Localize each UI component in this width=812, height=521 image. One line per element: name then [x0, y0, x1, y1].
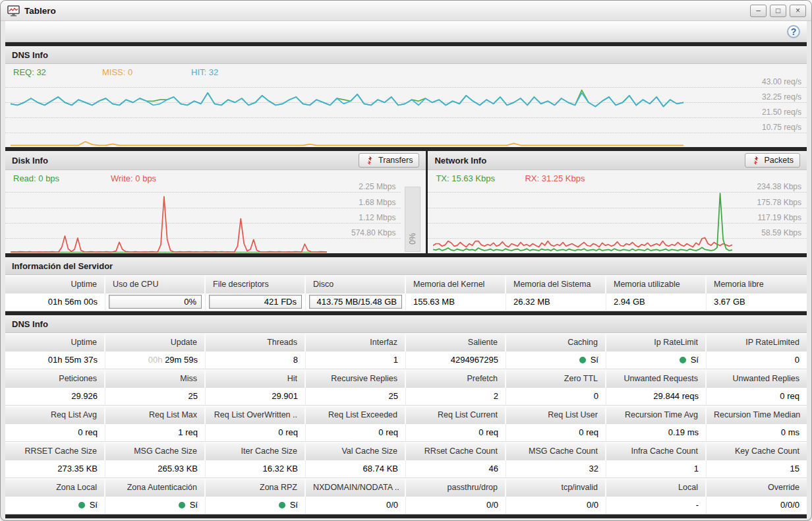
- column-header: Uso de CPU: [105, 276, 206, 293]
- server-info-title: Información del Servidor: [12, 261, 113, 271]
- cell-value: 421 FDs: [264, 297, 297, 307]
- minimize-button[interactable]: –: [750, 5, 767, 17]
- column-header: Req List Max: [105, 407, 206, 424]
- dns-chart-panel-title: DNS Info: [12, 50, 48, 60]
- column-header: IP RateLimited: [707, 334, 807, 352]
- status-dot-icon: [579, 357, 586, 363]
- network-chart-plot: 234.38 Kbps 175.78 Kbps 117.19 Kbps 58.5…: [428, 185, 807, 253]
- toolbar: ?: [5, 21, 807, 42]
- column-header: Update: [105, 334, 206, 352]
- table-cell: 29.901: [206, 388, 306, 406]
- legend-write: Write: 0 bps: [111, 173, 200, 185]
- column-header: Disco: [306, 276, 406, 293]
- table-cell: 0 req: [707, 388, 807, 406]
- table-cell: Sí: [5, 497, 105, 514]
- cell-value: 32: [589, 464, 598, 474]
- column-header: RRset Cache Count: [406, 443, 506, 460]
- disk-line-chart: [11, 186, 327, 253]
- cell-value: -: [696, 500, 699, 510]
- column-header: Peticiones: [5, 371, 105, 388]
- dns-chart-panel-header: DNS Info: [5, 46, 807, 64]
- cell-value: 0 req: [278, 427, 298, 437]
- cell-value: 0/0: [486, 500, 498, 510]
- cell-value: 0%: [184, 297, 196, 307]
- cell-value: 273.35 KB: [57, 464, 98, 474]
- dns-ytick: 21.50 req/s: [762, 107, 801, 117]
- network-ytick: 58.59 Kbps: [761, 228, 801, 237]
- table-header-row: Zona LocalZona AutenticaciónZona RPZNXDO…: [5, 478, 807, 497]
- value-box: 421 FDs: [209, 295, 302, 309]
- table-cell: -: [606, 497, 707, 514]
- maximize-button[interactable]: □: [770, 5, 786, 17]
- cell-value: 2: [494, 391, 498, 401]
- cell-value: 1: [694, 464, 699, 474]
- column-header: Uptime: [5, 334, 105, 352]
- table-cell: 2: [406, 388, 506, 406]
- table-cell: 46: [406, 460, 506, 478]
- column-header: Recursion Time Avg: [606, 407, 707, 424]
- cell-value: Sí: [691, 355, 699, 365]
- table-cell: 2.94 GB: [606, 293, 707, 311]
- table-cell: 1: [306, 352, 406, 369]
- cell-value: Sí: [90, 500, 98, 510]
- close-button[interactable]: ×: [790, 5, 806, 17]
- table-value-row: 29.9262529.901252029.844 reqs0 req: [5, 388, 807, 406]
- network-ytick: 175.78 Kbps: [757, 198, 801, 207]
- cell-value: 0/0/0: [780, 500, 799, 510]
- table-cell: 1: [606, 460, 707, 478]
- column-header: Prefetch: [406, 371, 506, 388]
- column-header: Unwanted Requests: [606, 371, 707, 388]
- disk-ytick: 2.25 Mbps: [359, 182, 395, 191]
- column-header: RRSET Cache Size: [5, 443, 105, 460]
- transfers-button[interactable]: Transfers: [359, 153, 419, 168]
- column-header: NXDOMAIN/NODATA ..: [306, 479, 406, 497]
- table-cell: 0/0: [506, 497, 606, 514]
- cell-value: 68.74 KB: [363, 464, 399, 474]
- server-info-header: Información del Servidor: [5, 257, 807, 275]
- cell-value: 26.32 MB: [513, 297, 550, 307]
- table-value-row: 01h 55m 37s00h 29m 59s814294967295SíSí0: [5, 352, 807, 369]
- dns-info-table: UptimeUpdateThreadsInterfazSalienteCachi…: [5, 333, 807, 514]
- disk-usage-gauge-label: 0%: [408, 231, 417, 246]
- cell-value: 265.93 KB: [158, 464, 198, 474]
- table-cell: 25: [306, 388, 406, 406]
- column-header: Zero TTL: [506, 371, 606, 388]
- status-dot-icon: [179, 502, 185, 508]
- legend-miss: MISS: 0: [102, 67, 191, 79]
- column-header: Req List Exceeded: [306, 407, 406, 424]
- table-cell: 01h 56m 00s: [5, 293, 105, 311]
- table-header-row: UptimeUso de CPUFile descriptorsDiscoMem…: [5, 275, 807, 293]
- table-cell: 00h 29m 59s: [105, 352, 206, 369]
- table-cell: 68.74 KB: [306, 460, 406, 478]
- status-dot-icon: [78, 502, 85, 508]
- transfer-arrows-icon: [751, 156, 761, 166]
- column-header: Recursive Replies: [306, 371, 406, 388]
- column-header: Req List User: [506, 407, 606, 424]
- table-cell: 0 ms: [707, 424, 807, 442]
- disk-chart-area: Read: 0 bps Write: 0 bps 2.25 Mbps 1.68 …: [5, 170, 426, 253]
- dns-chart-area: REQ: 32 MISS: 0 HIT: 32 43.00 req/s 32.2…: [5, 64, 807, 147]
- title-bar[interactable]: Tablero – □ ×: [1, 1, 811, 21]
- dashboard-icon: [7, 5, 20, 16]
- legend-tx: TX: 15.63 Kbps: [436, 173, 525, 185]
- cell-value: 01h 56m 00s: [48, 297, 98, 307]
- table-cell: 32: [506, 460, 606, 478]
- column-header: Local: [606, 479, 707, 497]
- column-header: Memoria utilizable: [606, 276, 707, 293]
- packets-button[interactable]: Packets: [745, 153, 800, 168]
- column-header: Req List Current: [406, 407, 506, 424]
- help-icon[interactable]: ?: [787, 25, 800, 38]
- cell-value: 29.844 reqs: [653, 391, 699, 401]
- column-header: Iter Cache Size: [206, 443, 306, 460]
- table-cell: 26.32 MB: [506, 293, 606, 311]
- cell-value: 0: [594, 391, 598, 401]
- table-cell: 25: [105, 388, 206, 406]
- legend-req: REQ: 32: [13, 67, 102, 79]
- value-box: 413.75 MB/15.48 GB: [309, 295, 402, 309]
- table-cell: 0/0/0: [707, 497, 807, 514]
- column-header: Miss: [105, 371, 206, 388]
- disk-ytick: 1.68 Mbps: [359, 198, 395, 207]
- column-header: File descriptors: [206, 276, 306, 293]
- cell-value: Sí: [190, 500, 198, 510]
- column-header: Caching: [506, 334, 606, 352]
